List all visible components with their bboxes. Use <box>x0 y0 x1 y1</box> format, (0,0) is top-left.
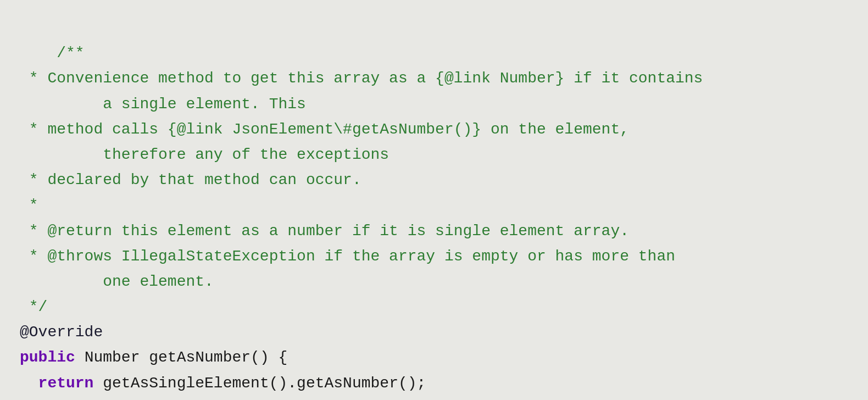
method-body: getAsSingleElement().getAsNumber(); <box>93 375 426 392</box>
line-1: /** * Convenience method to get this arr… <box>20 45 703 315</box>
code-block: /** * Convenience method to get this arr… <box>20 15 848 400</box>
annotation-override: @Override <box>20 324 103 341</box>
keyword-return: return <box>38 375 94 392</box>
code-container: /** * Convenience method to get this arr… <box>0 0 868 400</box>
keyword-public: public <box>20 349 75 366</box>
method-signature: Number getAsNumber() { <box>75 349 287 366</box>
